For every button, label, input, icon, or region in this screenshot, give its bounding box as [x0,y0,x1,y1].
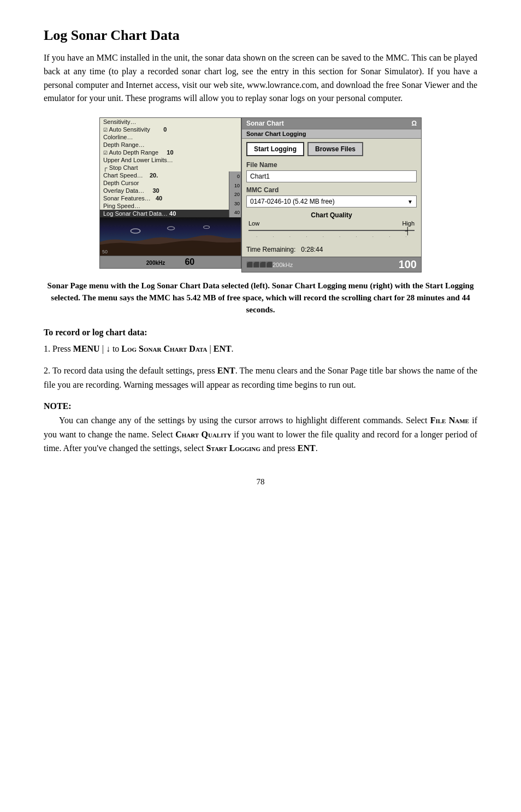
mmc-value: 0147-0246-10 (5.42 MB free) [250,198,335,205]
menu-auto-sensitivity: Auto Sensitivity 0 [100,126,241,133]
image-panel: Sensitivity… Auto Sensitivity 0 Colorlin… [44,117,477,272]
menu-sonar-features: Sonar Features… 40 [100,194,229,202]
step-2: 2. To record data using the default sett… [44,364,477,392]
menu-stop-chart: ┌ Stop Chart [100,164,241,171]
sonar-visualization: 50 [100,217,241,256]
browse-files-button[interactable]: Browse Files [307,142,363,156]
time-remaining-value: 0:28:44 [301,246,323,253]
quality-slider-handle: ┤ [405,227,410,235]
dropdown-arrow-icon: ▼ [407,199,413,205]
menu-chart-speed: Chart Speed… 20. [100,171,229,179]
bottom-number: 100 [399,258,417,271]
depth-10: 10 [230,183,240,188]
low-label: Low [248,220,259,227]
menu-ping-speed: Ping Speed… [100,202,229,210]
depth-50-label: 50 [102,249,108,254]
step-1: 1. Press MENU | ↓ to Log Sonar Chart Dat… [44,342,477,356]
menu-depth-cursor: Depth Cursor [100,179,229,187]
svg-point-1 [168,227,175,230]
time-remaining-label: Time Remaining: [246,246,295,253]
page-number: 78 [44,477,477,487]
menu-overlay: Overlay Data… 30 [100,187,229,194]
depth-0: 0 [230,174,240,179]
depth-40: 40 [230,210,240,215]
panel-header: Sonar Chart Ω [242,118,421,129]
file-name-label: File Name [242,159,421,170]
bottom-freq-label: 200kHz [273,262,293,268]
quality-slider-track: ┤ [248,230,415,231]
mmc-dropdown[interactable]: 0147-0246-10 (5.42 MB free) ▼ [246,195,417,208]
panel-bottom-bar: ⬛⬛⬛⬛ 200kHz 100 [242,257,421,272]
menu-depth-range: Depth Range… [100,141,241,149]
start-logging-button[interactable]: Start Logging [246,142,304,156]
high-label: High [402,220,415,227]
mmc-card-label: MMC Card [242,185,421,195]
file-name-value: Chart1 [246,170,417,182]
sonar-menu-left: Sensitivity… Auto Sensitivity 0 Colorlin… [99,117,241,269]
logging-panel-right: Sonar Chart Ω Sonar Chart Logging Start … [241,117,422,272]
intro-text: If you have an MMC installed in the unit… [44,51,477,105]
quality-dots: ····· ····· [248,234,415,239]
menu-colorline: Colorline… [100,133,241,141]
note-section: NOTE: You can change any of the settings… [44,401,477,455]
quality-labels: Low High [248,220,415,227]
menu-upper-lower: Upper And Lower Limits… [100,156,241,164]
bottom-freq-left: ⬛⬛⬛⬛ [246,262,273,268]
page-title: Log Sonar Chart Data [44,27,477,44]
depth-20: 20 [230,192,240,197]
image-caption: Sonar Page menu with the Log Sonar Chart… [44,280,477,316]
panel-antenna-icon: Ω [411,120,417,127]
depth-30: 30 [230,201,240,206]
freq-bar-left: 200kHz 60 [100,256,241,268]
record-section-title: To record or log chart data: [44,328,477,337]
menu-auto-depth: Auto Depth Range 10 [100,149,241,156]
logging-buttons-row: Start Logging Browse Files [242,139,421,159]
menu-log-sonar: Log Sonar Chart Data… 40 [100,210,229,217]
chart-quality-label: Chart Quality [242,210,421,220]
chart-quality-bar: Low High ┤ ····· ····· [248,220,415,239]
panel-subheader: Sonar Chart Logging [242,129,421,139]
menu-sensitivity: Sensitivity… [100,118,241,126]
svg-point-0 [131,229,140,233]
note-title: NOTE: [44,401,477,411]
svg-point-2 [204,226,210,229]
panel-header-text: Sonar Chart [246,120,284,127]
note-body: You can change any of the settings by us… [44,413,477,455]
time-remaining-row: Time Remaining: 0:28:44 [242,244,421,257]
